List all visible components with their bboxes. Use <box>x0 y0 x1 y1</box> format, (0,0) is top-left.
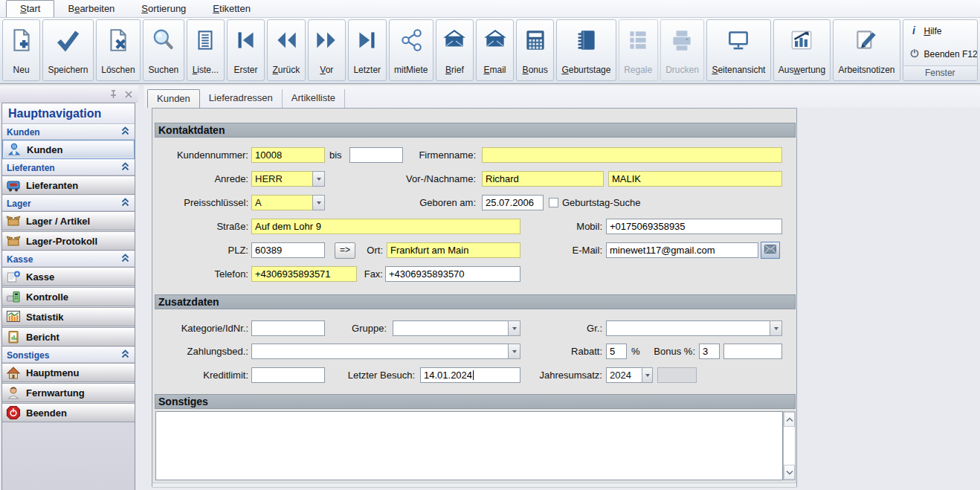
letzter-besuch-input[interactable]: 14.01.2024 <box>420 367 520 383</box>
chevron-down-icon <box>317 178 321 181</box>
geburtstage-button[interactable]: Geburtstage <box>556 19 616 81</box>
sidebar-item-fernwartung[interactable]: Fernwartung <box>2 383 135 402</box>
jahresumsatz-wert-input <box>657 367 697 383</box>
kategorie-idnr-input[interactable] <box>251 320 325 336</box>
kundennummer-input[interactable] <box>251 147 325 163</box>
tab-lieferadressen[interactable]: Lieferadressen <box>200 89 283 108</box>
tab-artikelliste[interactable]: Artikelliste <box>283 89 345 108</box>
sidebar-item-statistik[interactable]: Statistik <box>2 307 135 326</box>
gruppe-dropdown[interactable] <box>393 320 520 336</box>
preisschluessel-value: A <box>251 195 312 210</box>
preisschluessel-dropdown[interactable]: A <box>251 195 325 210</box>
drucken-button[interactable]: Drucken <box>660 19 705 81</box>
dropdown-arrow-button[interactable] <box>312 171 325 187</box>
cash-register-icon <box>6 269 21 284</box>
zurueck-button[interactable]: Zurück <box>267 19 306 81</box>
plz-input[interactable] <box>251 242 325 258</box>
dropdown-arrow-button[interactable] <box>312 195 325 210</box>
anrede-value: HERR <box>251 171 312 187</box>
regale-button[interactable]: Regale <box>619 19 658 81</box>
nav-group-lieferanten[interactable]: Lieferanten <box>2 160 135 175</box>
button-label: Löschen <box>101 65 135 75</box>
sidebar-item-lager-protokoll[interactable]: Lager-Protokoll <box>2 231 135 251</box>
tab-kunden[interactable]: Kunden <box>147 89 200 108</box>
report-icon <box>6 329 21 344</box>
nachname-input[interactable] <box>608 171 782 187</box>
preisschluessel-label: Preisschlüssel: <box>155 195 248 210</box>
dropdown-arrow-button[interactable] <box>642 367 653 383</box>
sidebar-item-kasse[interactable]: Kasse <box>2 267 135 286</box>
sidebar-item-kunden[interactable]: Kunden <box>2 140 135 159</box>
email-input[interactable] <box>606 242 758 258</box>
pin-icon[interactable] <box>109 90 117 99</box>
rabatt-input[interactable] <box>606 344 627 359</box>
chevron-down-icon <box>317 202 321 204</box>
jahresumsatz-jahr-dropdown[interactable]: 2024 <box>606 367 653 383</box>
vorname-input[interactable] <box>482 171 604 187</box>
mobil-input[interactable] <box>606 219 782 234</box>
suchen-button[interactable]: Suchen <box>143 19 184 81</box>
ort-input[interactable] <box>387 242 520 258</box>
loeschen-button[interactable]: Löschen <box>96 19 141 81</box>
telefon-input[interactable] <box>251 266 357 282</box>
dropdown-arrow-button[interactable] <box>770 320 782 336</box>
nav-group-kunden[interactable]: Kunden <box>2 124 135 140</box>
sidebar-item-bericht[interactable]: Bericht <box>2 327 135 346</box>
sidebar-item-label: Hauptmenu <box>26 367 80 378</box>
sonstiges-scrollbar[interactable] <box>783 411 796 480</box>
speichern-button[interactable]: Speichern <box>42 19 94 81</box>
dropdown-arrow-button[interactable] <box>508 344 520 359</box>
sonstiges-textarea[interactable] <box>155 411 783 480</box>
arbeitsnotizen-button[interactable]: Arbeitsnotizen <box>833 19 900 81</box>
auswertung-button[interactable]: Auswertung <box>773 19 831 81</box>
collapse-chevron-icon <box>120 349 130 361</box>
hilfe-button[interactable]: i Hilfe <box>903 20 977 43</box>
close-icon[interactable] <box>125 91 132 98</box>
fax-input[interactable] <box>385 266 520 282</box>
horizontal-scrollbar-track[interactable] <box>152 483 796 488</box>
scroll-up-button[interactable] <box>784 412 795 427</box>
nav-group-sonstiges[interactable]: Sonstiges <box>2 347 135 363</box>
kreditlimit-input[interactable] <box>251 367 325 383</box>
sidebar-item-kontrolle[interactable]: Kontrolle <box>2 287 135 306</box>
anrede-dropdown[interactable]: HERR <box>251 171 325 187</box>
sidebar-item-lieferanten[interactable]: Lieferanten <box>2 175 135 195</box>
sidebar-item-lager-artikel[interactable]: Lager / Artikel <box>2 211 135 231</box>
liste-button[interactable]: Liste... <box>187 19 225 81</box>
menu-tab-etiketten[interactable]: Etiketten <box>199 1 264 17</box>
scroll-down-button[interactable] <box>784 465 795 480</box>
sidebar-item-beenden[interactable]: Beenden <box>2 403 135 422</box>
seitenansicht-button[interactable]: Seitenansicht <box>706 19 770 81</box>
brief-button[interactable]: Brief <box>436 19 474 81</box>
bonus-button[interactable]: Bonus <box>516 19 554 81</box>
erster-button[interactable]: Erster <box>227 19 265 81</box>
zahlungsbed-dropdown[interactable] <box>251 344 520 359</box>
anrede-label: Anrede: <box>155 171 248 187</box>
dropdown-arrow-button[interactable] <box>508 320 520 336</box>
geboren-am-label: Geboren am: <box>372 195 476 210</box>
mitmiete-button[interactable]: mitMiete <box>389 19 433 81</box>
rabatt-percent-label: % <box>631 344 643 359</box>
email-envelope-icon <box>482 25 509 55</box>
menu-tab-bearbeiten[interactable]: Bearbeiten <box>54 1 128 17</box>
email-button[interactable]: Email <box>476 19 514 81</box>
gr-dropdown[interactable] <box>606 320 782 336</box>
bonus-extra-input[interactable] <box>723 344 782 359</box>
neu-button[interactable]: Neu <box>2 19 40 81</box>
beenden-f12-button[interactable]: Beenden F12 <box>903 43 977 66</box>
nav-group-kasse[interactable]: Kasse <box>2 251 135 267</box>
bonus-input[interactable] <box>699 344 720 359</box>
geboren-am-input[interactable] <box>482 195 544 210</box>
send-email-button[interactable] <box>761 242 780 259</box>
strasse-input[interactable] <box>251 219 520 234</box>
menu-tab-start[interactable]: Start <box>6 0 54 17</box>
geburtstag-suche-checkbox[interactable] <box>549 198 558 207</box>
letzter-button[interactable]: Letzter <box>348 19 387 81</box>
sidebar-item-label: Kasse <box>26 271 54 283</box>
plz-uebernehmen-button[interactable]: => <box>335 242 355 259</box>
firmenname-input[interactable] <box>482 147 782 163</box>
vor-button[interactable]: Vor <box>308 19 346 81</box>
nav-group-lager[interactable]: Lager <box>2 196 135 211</box>
menu-tab-sortierung[interactable]: Sortierung <box>128 1 199 17</box>
sidebar-item-hauptmenu[interactable]: Hauptmenu <box>2 363 135 382</box>
